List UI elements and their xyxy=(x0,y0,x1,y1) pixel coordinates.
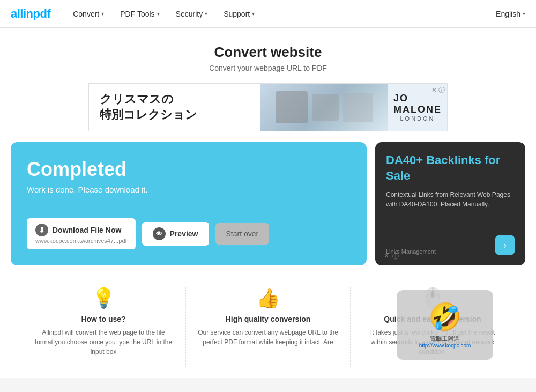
ad-close-icon[interactable]: ✕ xyxy=(384,252,389,261)
chevron-down-icon: ▾ xyxy=(523,11,525,17)
nav-security[interactable]: Security ▾ xyxy=(169,6,214,21)
ad-side-title: DA40+ Backlinks for Sale xyxy=(386,153,515,183)
feature-text-1: Allinpdf will convert the web page to th… xyxy=(32,328,175,357)
watermark: 🤣 電腦工阿達 http://www.kocpc.com xyxy=(397,290,493,360)
ad-japanese-text: クリスマスの 特別コレクション xyxy=(100,92,197,122)
download-url: www.kocpc.com.twarchives47...pdf xyxy=(35,238,127,244)
ad-banner: クリスマスの 特別コレクション JO MALONE LONDON ✕ ⓘ xyxy=(88,83,448,131)
watermark-inner: 🤣 電腦工阿達 http://www.kocpc.com xyxy=(414,296,477,354)
language-selector[interactable]: English ▾ xyxy=(496,10,525,18)
chevron-down-icon: ▾ xyxy=(101,11,104,17)
completed-title: Completed xyxy=(27,158,351,181)
chevron-down-icon: ▾ xyxy=(205,11,207,17)
download-label: Download File Now xyxy=(53,226,121,234)
ad-brand-name: JO MALONE xyxy=(393,93,442,115)
watermark-url: http://www.kocpc.com xyxy=(419,343,471,349)
page-subtitle: Convert your webpage URL to PDF xyxy=(11,64,525,72)
page-title: Convert website xyxy=(11,44,525,61)
ad-info-icon[interactable]: ⓘ xyxy=(392,252,399,261)
content-row: Completed Work is done. Please download … xyxy=(11,142,525,265)
ad-arrow-button[interactable]: › xyxy=(495,235,515,255)
ad-brand-sub: LONDON xyxy=(400,115,435,122)
watermark-text: 電腦工阿達 xyxy=(419,335,471,343)
feature-text-2: Our service can convert any webpage URL … xyxy=(197,328,339,347)
download-button[interactable]: ⬇ Download File Now www.kocpc.com.twarch… xyxy=(27,218,136,249)
nav-convert[interactable]: Convert ▾ xyxy=(66,6,110,21)
logo-black: allin xyxy=(11,7,33,20)
feature-high-quality: 👍 High quality conversion Our service ca… xyxy=(186,287,351,367)
completed-subtitle: Work is done. Please download it. xyxy=(27,185,351,194)
feature-title-1: How to use? xyxy=(32,315,175,323)
ad-close-button[interactable]: ✕ ⓘ xyxy=(431,86,445,95)
feature-title-2: High quality conversion xyxy=(197,315,339,323)
thumbsup-icon: 👍 xyxy=(197,287,339,309)
nav-support[interactable]: Support ▾ xyxy=(217,6,261,21)
watermark-emoji: 🤣 xyxy=(419,301,471,332)
language-label: English xyxy=(496,10,520,18)
nav-items: Convert ▾ PDF Tools ▾ Security ▾ Support… xyxy=(66,6,496,21)
logo[interactable]: allinpdf xyxy=(11,7,50,21)
action-buttons: ⬇ Download File Now www.kocpc.com.twarch… xyxy=(27,218,351,249)
startover-button[interactable]: Start over xyxy=(215,223,270,245)
ad-side-text: Contextual Links from Relevant Web Pages… xyxy=(386,190,515,229)
feature-how-to-use: 💡 How to use? Allinpdf will convert the … xyxy=(21,287,186,367)
ad-side-controls: ✕ ⓘ xyxy=(384,252,399,261)
preview-label: Preview xyxy=(170,230,198,238)
preview-button[interactable]: 👁 Preview xyxy=(142,222,209,246)
completed-box: Completed Work is done. Please download … xyxy=(11,142,367,265)
chevron-down-icon: ▾ xyxy=(252,11,255,17)
nav-pdf-tools[interactable]: PDF Tools ▾ xyxy=(114,6,166,21)
navbar: allinpdf Convert ▾ PDF Tools ▾ Security … xyxy=(0,0,536,28)
logo-blue: pdf xyxy=(33,7,51,20)
ad-banner-left: クリスマスの 特別コレクション xyxy=(89,84,260,131)
ad-side: DA40+ Backlinks for Sale Contextual Link… xyxy=(375,142,525,265)
ad-side-footer: Links Management › xyxy=(386,235,515,255)
lightbulb-icon: 💡 xyxy=(32,287,175,309)
download-icon: ⬇ xyxy=(35,224,48,236)
preview-icon: 👁 xyxy=(153,227,166,240)
chevron-down-icon: ▾ xyxy=(157,11,160,17)
